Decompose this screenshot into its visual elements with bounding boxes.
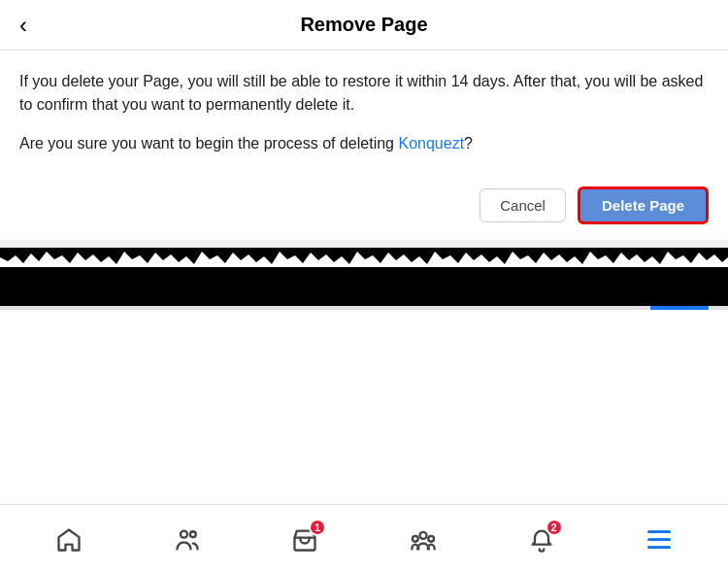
menu-icon — [642, 523, 677, 557]
svg-point-5 — [428, 535, 434, 541]
menu-line-2 — [647, 538, 671, 541]
page-title: Remove Page — [300, 14, 427, 36]
nav-item-notifications[interactable]: 2 — [482, 523, 601, 557]
scroll-bar — [650, 306, 709, 310]
svg-point-1 — [189, 531, 195, 537]
nav-item-people[interactable] — [128, 523, 247, 557]
groups-icon — [406, 523, 441, 557]
bottom-nav: 1 2 — [0, 504, 728, 574]
bell-badge: 2 — [546, 519, 563, 536]
question-suffix: ? — [464, 135, 473, 152]
nav-item-groups[interactable] — [364, 523, 482, 557]
question-text: Are you sure you want to begin the proce… — [19, 132, 709, 155]
content-area: If you delete your Page, you will still … — [0, 51, 728, 171]
description-text: If you delete your Page, you will still … — [19, 70, 709, 117]
question-prefix: Are you sure you want to begin the proce… — [19, 135, 398, 152]
svg-point-0 — [181, 530, 187, 537]
menu-line-1 — [647, 530, 671, 533]
store-icon: 1 — [287, 523, 322, 557]
header: ‹ Remove Page — [0, 0, 728, 51]
home-icon — [51, 523, 86, 557]
nav-item-menu[interactable] — [600, 523, 718, 557]
delete-page-button[interactable]: Delete Page — [578, 186, 709, 224]
gray-separator — [0, 240, 728, 248]
nav-item-store[interactable]: 1 — [246, 523, 364, 557]
jagged-area — [0, 248, 728, 306]
svg-point-4 — [413, 535, 418, 541]
page-name-link[interactable]: Konquezt — [398, 135, 464, 152]
scroll-indicator — [0, 306, 728, 310]
bell-icon: 2 — [524, 523, 559, 557]
people-icon — [170, 523, 205, 557]
buttons-row: Cancel Delete Page — [0, 171, 728, 240]
back-button[interactable]: ‹ — [19, 14, 27, 37]
nav-item-home[interactable] — [10, 523, 128, 557]
svg-point-3 — [419, 531, 426, 538]
menu-line-3 — [647, 546, 671, 549]
store-badge: 1 — [309, 519, 326, 536]
cancel-button[interactable]: Cancel — [480, 188, 566, 222]
